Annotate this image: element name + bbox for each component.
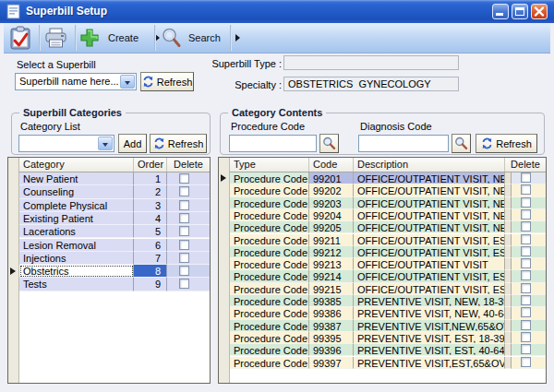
procedure-row[interactable]: Procedure Code99205OFFICE/OUTPATIENT VIS… bbox=[230, 221, 546, 233]
category-row[interactable]: Lesion Removal6 bbox=[19, 239, 210, 252]
type-cell[interactable]: Procedure Code bbox=[230, 307, 309, 319]
type-cell[interactable]: Procedure Code bbox=[230, 344, 309, 356]
code-cell[interactable]: 99396 bbox=[309, 344, 354, 356]
delete-checkbox[interactable] bbox=[521, 332, 531, 342]
delete-checkbox[interactable] bbox=[521, 357, 531, 367]
category-row[interactable]: Obstetrics8 bbox=[19, 265, 210, 278]
dropdown-arrow-icon[interactable] bbox=[98, 137, 113, 150]
code-cell[interactable]: 99212 bbox=[309, 246, 354, 258]
delete-checkbox[interactable] bbox=[521, 258, 531, 268]
delete-checkbox[interactable] bbox=[521, 184, 531, 195]
delete-checkbox[interactable] bbox=[179, 253, 189, 263]
order-cell[interactable]: 2 bbox=[134, 185, 167, 198]
diagnosis-code-input[interactable] bbox=[358, 135, 449, 152]
minimize-button[interactable] bbox=[492, 4, 509, 19]
category-cell[interactable]: Lacerations bbox=[19, 225, 134, 238]
description-cell[interactable]: OFFICE/OUTPATIENT VISIT, NEW bbox=[354, 172, 505, 184]
delete-checkbox[interactable] bbox=[521, 209, 531, 220]
code-cell[interactable]: 99395 bbox=[309, 332, 354, 344]
type-cell[interactable]: Procedure Code bbox=[230, 184, 309, 196]
code-cell[interactable]: 99215 bbox=[309, 283, 354, 295]
description-cell[interactable]: OFFICE/OUTPATIENT VISIT, NEW bbox=[354, 221, 505, 233]
type-cell[interactable]: Procedure Code bbox=[230, 295, 309, 307]
category-cell[interactable]: New Patient bbox=[19, 172, 134, 185]
category-cell[interactable]: Complete Physical bbox=[19, 199, 134, 212]
code-cell[interactable]: 99201 bbox=[309, 172, 354, 184]
procedure-row[interactable]: Procedure Code99386PREVENTIVE VISIT, NEW… bbox=[230, 307, 546, 319]
create-button[interactable]: Create bbox=[79, 23, 160, 53]
procedure-row[interactable]: Procedure Code99395PREVENTIVE VISIT, EST… bbox=[230, 332, 546, 344]
delete-checkbox[interactable] bbox=[179, 186, 189, 196]
procedure-row[interactable]: Procedure Code99387PREVENTIVE VISIT,NEW,… bbox=[230, 320, 546, 332]
description-cell[interactable]: PREVENTIVE VISIT, NEW, 40-64 bbox=[354, 307, 505, 319]
save-verify-button[interactable] bbox=[9, 23, 32, 53]
description-cell[interactable]: OFFICE/OUTPATIENT VISIT bbox=[354, 258, 505, 270]
order-cell[interactable]: 7 bbox=[134, 252, 167, 265]
description-cell[interactable]: PREVENTIVE VISIT, EST, 18-39 bbox=[354, 332, 505, 344]
code-cell[interactable]: 99204 bbox=[309, 209, 354, 221]
code-cell[interactable]: 99202 bbox=[309, 184, 354, 196]
category-row[interactable]: New Patient1 bbox=[19, 172, 210, 185]
order-cell[interactable]: 5 bbox=[134, 225, 167, 238]
dropdown-arrow-icon[interactable] bbox=[120, 75, 135, 89]
category-row[interactable]: Injections7 bbox=[19, 252, 210, 265]
type-cell[interactable]: Procedure Code bbox=[230, 221, 309, 233]
category-cell[interactable]: Tests bbox=[19, 278, 134, 291]
type-cell[interactable]: Procedure Code bbox=[230, 172, 309, 184]
description-cell[interactable]: OFFICE/OUTPATIENT VISIT, EST bbox=[354, 234, 505, 246]
delete-checkbox[interactable] bbox=[521, 234, 531, 244]
category-cell[interactable]: Obstetrics bbox=[19, 265, 134, 278]
type-cell[interactable]: Procedure Code bbox=[230, 258, 309, 270]
superbill-dropdown[interactable]: Superbill name here... bbox=[15, 73, 137, 90]
description-cell[interactable]: OFFICE/OUTPATIENT VISIT, NEW bbox=[354, 209, 505, 221]
category-row[interactable]: Tests9 bbox=[19, 278, 210, 291]
procedure-row[interactable]: Procedure Code99202OFFICE/OUTPATIENT VIS… bbox=[230, 184, 546, 196]
code-cell[interactable]: 99213 bbox=[309, 258, 354, 270]
delete-checkbox[interactable] bbox=[179, 213, 189, 223]
description-cell[interactable]: OFFICE/OUTPATIENT VISIT, EST bbox=[354, 270, 505, 282]
order-cell[interactable]: 6 bbox=[134, 239, 167, 252]
print-button[interactable] bbox=[44, 23, 67, 53]
delete-checkbox[interactable] bbox=[179, 240, 189, 250]
order-cell[interactable]: 1 bbox=[134, 172, 167, 185]
description-cell[interactable]: PREVENTIVE VISIT, EST, 40-64 bbox=[354, 344, 505, 356]
procedure-row[interactable]: Procedure Code99211OFFICE/OUTPATIENT VIS… bbox=[230, 234, 546, 246]
code-cell[interactable]: 99214 bbox=[309, 270, 354, 282]
procedure-row[interactable]: Procedure Code99201OFFICE/OUTPATIENT VIS… bbox=[230, 172, 546, 184]
delete-checkbox[interactable] bbox=[521, 197, 531, 208]
code-cell[interactable]: 99385 bbox=[309, 295, 354, 307]
description-cell[interactable]: PREVENTIVE VISIT,EST,65&OVER bbox=[354, 357, 505, 369]
code-cell[interactable]: 99397 bbox=[309, 357, 354, 369]
code-cell[interactable]: 99211 bbox=[309, 234, 354, 246]
delete-checkbox[interactable] bbox=[521, 320, 531, 330]
delete-checkbox[interactable] bbox=[179, 226, 189, 236]
description-cell[interactable]: OFFICE/OUTPATIENT VISIT, NEW bbox=[354, 184, 505, 196]
superbill-refresh-button[interactable]: Refresh bbox=[140, 72, 194, 91]
description-cell[interactable]: PREVENTIVE VISIT, NEW, 18-39 bbox=[354, 295, 505, 307]
type-cell[interactable]: Procedure Code bbox=[230, 270, 309, 282]
delete-checkbox[interactable] bbox=[521, 344, 531, 354]
procedure-row[interactable]: Procedure Code99204OFFICE/OUTPATIENT VIS… bbox=[230, 209, 546, 221]
procedure-row[interactable]: Procedure Code99214OFFICE/OUTPATIENT VIS… bbox=[230, 270, 546, 282]
procedure-row[interactable]: Procedure Code99397PREVENTIVE VISIT,EST,… bbox=[230, 357, 546, 369]
order-cell[interactable]: 3 bbox=[134, 199, 167, 212]
code-cell[interactable]: 99205 bbox=[309, 221, 354, 233]
maximize-button[interactable] bbox=[512, 4, 528, 19]
procedure-code-input[interactable] bbox=[229, 135, 317, 152]
category-row[interactable]: Existing Patient4 bbox=[19, 212, 210, 225]
category-cell[interactable]: Counseling bbox=[19, 185, 134, 198]
description-cell[interactable]: OFFICE/OUTPATIENT VISIT, NEW bbox=[354, 197, 505, 209]
type-cell[interactable]: Procedure Code bbox=[230, 197, 309, 209]
code-cell[interactable]: 99386 bbox=[309, 307, 354, 319]
category-cell[interactable]: Existing Patient bbox=[19, 212, 134, 225]
category-cell[interactable]: Injections bbox=[19, 252, 134, 265]
type-cell[interactable]: Procedure Code bbox=[230, 209, 309, 221]
procedure-row[interactable]: Procedure Code99396PREVENTIVE VISIT, EST… bbox=[230, 344, 546, 356]
delete-checkbox[interactable] bbox=[179, 266, 189, 276]
categories-refresh-button[interactable]: Refresh bbox=[150, 134, 207, 153]
delete-checkbox[interactable] bbox=[179, 173, 189, 184]
procedure-row[interactable]: Procedure Code99385PREVENTIVE VISIT, NEW… bbox=[230, 295, 546, 307]
delete-checkbox[interactable] bbox=[521, 283, 531, 293]
delete-checkbox[interactable] bbox=[521, 307, 531, 317]
code-cell[interactable]: 99203 bbox=[309, 197, 354, 209]
